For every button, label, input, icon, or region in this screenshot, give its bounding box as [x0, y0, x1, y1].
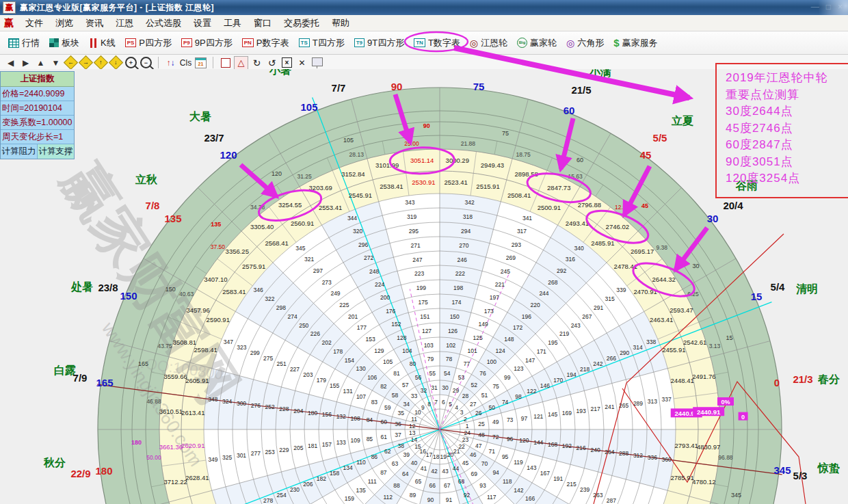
toolbar-button-p-square[interactable]: PSP四方形	[120, 34, 176, 52]
calc-resistance-button[interactable]: 计算阻力	[1, 144, 38, 159]
screen-tool-icon[interactable]	[310, 57, 323, 69]
svg-text:5: 5	[449, 401, 452, 408]
svg-text:59: 59	[384, 404, 391, 411]
shift-up-icon[interactable]: ↑	[94, 57, 107, 69]
svg-text:75: 75	[502, 130, 509, 137]
svg-text:193: 193	[577, 408, 586, 414]
svg-text:109: 109	[350, 437, 360, 444]
zoom-out-icon[interactable]: −	[140, 57, 153, 69]
shift-right-icon[interactable]: →	[79, 57, 92, 69]
svg-text:45: 45	[641, 202, 648, 209]
svg-text:3559.66: 3559.66	[163, 373, 187, 380]
maximize-icon[interactable]: □	[826, 2, 831, 12]
9p-square-badge-icon: P9	[181, 38, 192, 47]
menu-item[interactable]: 交易委托	[278, 16, 326, 29]
p-square-badge-icon: PS	[125, 38, 137, 47]
svg-text:155: 155	[330, 382, 339, 389]
svg-text:111: 111	[368, 478, 377, 485]
menu-item[interactable]: 帮助	[326, 16, 356, 29]
zoom-in-icon[interactable]: +	[124, 57, 137, 69]
svg-text:263: 263	[593, 492, 602, 499]
toolbar-button-service[interactable]: $赢家服务	[609, 34, 662, 52]
menu-item[interactable]: 浏览	[49, 16, 79, 29]
svg-text:290: 290	[620, 349, 629, 356]
menu-item[interactable]: 文件	[19, 16, 49, 29]
svg-text:3610.51: 3610.51	[159, 408, 183, 415]
menu-item[interactable]: 工具	[217, 16, 248, 29]
svg-text:170: 170	[553, 377, 563, 384]
svg-text:53: 53	[458, 374, 465, 381]
wheel-outer-label: 23/7	[204, 132, 224, 144]
square-tool-icon[interactable]	[219, 57, 232, 69]
svg-text:98: 98	[515, 393, 522, 400]
menu-item[interactable]: 窗口	[248, 16, 278, 29]
toolbar-button-hexagon[interactable]: ◎六角形	[561, 34, 609, 52]
toolbar-button-t-square[interactable]: TST四方形	[294, 34, 349, 52]
calc-support-button[interactable]: 计算支撑	[38, 144, 74, 159]
toolbar-button-bankuai[interactable]: 板块	[44, 34, 84, 52]
svg-text:96: 96	[507, 436, 514, 442]
nav-next-icon[interactable]: ▶	[19, 57, 32, 69]
svg-text:80: 80	[410, 360, 416, 367]
wheel-outer-label: 120	[220, 149, 237, 161]
svg-text:344: 344	[347, 215, 357, 222]
service-label: 赢家服务	[622, 37, 658, 49]
wheel-outer-label: 春分	[817, 373, 840, 385]
gann-wheel-canvas[interactable]: 赢家财富网www.yingjia360.comQQ:10080012345678…	[0, 69, 848, 504]
window-controls[interactable]: — □ ×	[811, 2, 843, 12]
annotation-line: 60度2847点	[726, 137, 848, 154]
toolbar-button-9p-square[interactable]: P99P四方形	[176, 34, 237, 52]
svg-text:92: 92	[464, 492, 471, 499]
transform-box-icon[interactable]: ×	[280, 57, 293, 69]
collapse-icon[interactable]: ✕	[295, 57, 308, 69]
nav-first-icon[interactable]: ◀	[4, 57, 17, 69]
svg-text:118: 118	[503, 478, 512, 485]
toolbar-button-hangqing[interactable]: 行情	[3, 34, 44, 52]
annotation-line: 120度3254点	[726, 170, 848, 187]
svg-text:166: 166	[525, 495, 535, 502]
toolbar-button-kline[interactable]: K线	[84, 34, 120, 52]
close-icon[interactable]: ×	[838, 2, 843, 12]
t-square-label: T四方形	[313, 37, 345, 49]
svg-text:74: 74	[502, 399, 509, 406]
toolbar-button-t-table[interactable]: TNT数字表	[409, 34, 465, 52]
shift-left-icon[interactable]: ←	[64, 57, 77, 69]
svg-text:47: 47	[475, 442, 482, 449]
toolbar-button-winner-wheel[interactable]: Big赢家轮	[512, 34, 561, 52]
svg-text:205: 205	[293, 445, 303, 451]
svg-text:296: 296	[358, 241, 368, 248]
calendar-icon[interactable]: 21	[194, 57, 207, 69]
cls-button[interactable]: Cls	[179, 57, 192, 69]
svg-text:126: 126	[448, 328, 458, 334]
svg-text:198: 198	[453, 284, 463, 291]
rotate-ccw-icon[interactable]: ↺	[265, 57, 278, 69]
svg-text:319: 319	[407, 213, 416, 220]
price-marker-icon[interactable]: ↑↓	[164, 57, 177, 69]
9p-square-label: 9P四方形	[195, 37, 233, 49]
wheel-outer-label: 21/5	[571, 84, 591, 96]
svg-text:2463.41: 2463.41	[650, 316, 673, 323]
toolbar-button-gann-wheel[interactable]: ◎江恩轮	[465, 34, 512, 52]
menu-item[interactable]: 江恩	[109, 16, 140, 29]
svg-text:23: 23	[462, 436, 469, 443]
svg-text:150: 150	[165, 286, 176, 293]
triangle-tool-icon[interactable]: △	[234, 56, 248, 70]
nav-up-icon[interactable]: ▲	[34, 57, 47, 69]
minimize-icon[interactable]: —	[811, 2, 819, 12]
menu-item[interactable]: 设置	[187, 16, 217, 29]
shift-down-icon[interactable]: ↓	[109, 57, 122, 69]
svg-text:2949.43: 2949.43	[481, 161, 504, 169]
toolbar-button-p-table[interactable]: PNP数字表	[237, 34, 294, 52]
p-square-label: P四方形	[139, 37, 172, 49]
svg-text:2796.88: 2796.88	[578, 201, 601, 209]
menu-item[interactable]: 资讯	[79, 16, 109, 29]
rotate-cw-icon[interactable]: ↻	[250, 57, 263, 69]
svg-text:15: 15	[726, 334, 732, 341]
svg-text:88: 88	[393, 482, 400, 489]
nav-down-icon[interactable]: ▼	[49, 57, 62, 69]
toolbar-button-9t-square[interactable]: T99T四方形	[349, 34, 410, 52]
svg-text:241: 241	[605, 403, 614, 410]
svg-text:230: 230	[290, 486, 300, 493]
svg-text:267: 267	[582, 313, 592, 320]
menu-item[interactable]: 公式选股	[140, 16, 187, 29]
